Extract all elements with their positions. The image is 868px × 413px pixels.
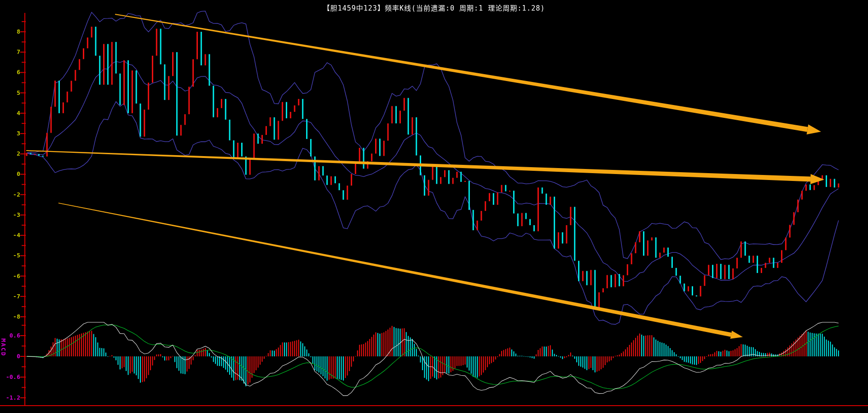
macd-axis-label: -1.2	[1, 394, 20, 401]
macd-panel-label: MACD	[0, 338, 7, 356]
y-axis-label: -6	[1, 273, 20, 280]
chart-title: 【胆1459中123】频率K线(当前遗漏:0 周期:1 理论周期:1.28)	[0, 3, 868, 12]
y-axis-label: -2	[1, 191, 20, 198]
y-axis-label: 8	[1, 28, 20, 35]
y-axis-label: 2	[1, 150, 20, 157]
y-axis-label: 7	[1, 48, 20, 56]
chart-canvas[interactable]	[0, 0, 868, 413]
kline-analysis-window: 【胆1459中123】频率K线(当前遗漏:0 周期:1 理论周期:1.28) 8…	[0, 0, 868, 413]
y-axis-label: 6	[1, 69, 20, 76]
y-axis-label: 4	[1, 110, 20, 117]
macd-axis-label: -0.6	[1, 373, 20, 381]
y-axis-label: 5	[1, 89, 20, 97]
y-axis-label: -7	[1, 293, 20, 300]
y-axis-label: -3	[1, 211, 20, 219]
y-axis-label: -4	[1, 232, 20, 239]
y-axis-label: 0	[1, 170, 20, 178]
y-axis-label: -5	[1, 252, 20, 259]
y-axis-label: 3	[1, 130, 20, 137]
y-axis-label: -8	[1, 313, 20, 320]
